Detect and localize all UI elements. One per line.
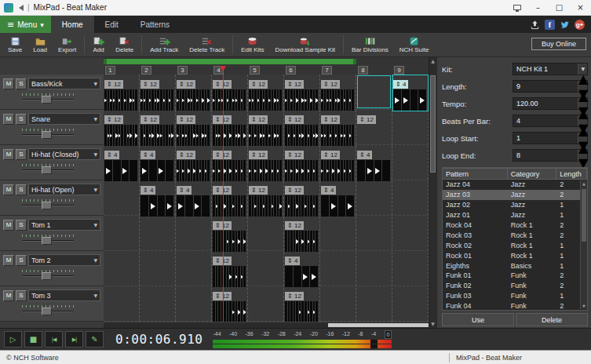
pattern-segment[interactable]: ⇕ 12: [249, 146, 283, 181]
track-name-select[interactable]: Snare▼: [28, 113, 100, 125]
scroll-up-icon[interactable]: ▲: [429, 57, 436, 65]
beat-cell[interactable]: [338, 195, 347, 217]
pattern-segment[interactable]: ⇕ 4: [357, 146, 392, 181]
loop-start-spinner[interactable]: 1▲▼: [513, 132, 588, 144]
edit-button[interactable]: ✎: [86, 331, 104, 348]
beat-cell[interactable]: [113, 160, 122, 181]
beat-cell[interactable]: [279, 195, 283, 217]
beat-cell[interactable]: [316, 125, 319, 146]
beat-cell[interactable]: [316, 231, 319, 252]
solo-button[interactable]: S: [16, 78, 27, 89]
pattern-row[interactable]: EighthsBasics1: [443, 260, 587, 271]
beats-per-bar-spinner[interactable]: 4▲▼: [513, 115, 588, 127]
pattern-segment[interactable]: ⇕ 12: [213, 111, 247, 146]
pattern-segment[interactable]: ⇕ 4: [285, 252, 319, 287]
pattern-segment[interactable]: ⇕ 12: [357, 111, 392, 125]
beat-cell[interactable]: [171, 125, 174, 146]
length-spinner[interactable]: 9▲▼: [513, 80, 588, 93]
mute-button[interactable]: M: [3, 149, 14, 160]
beat-cell[interactable]: [410, 89, 419, 111]
track-name-select[interactable]: Hi-hat (Closed)▼: [28, 148, 100, 160]
track-name-select[interactable]: Hi-hat (Open)▼: [28, 184, 100, 195]
beat-cell[interactable]: [374, 160, 383, 181]
pattern-segment[interactable]: ⇕ 4: [140, 181, 175, 217]
slider-thumb[interactable]: [42, 96, 52, 104]
google-plus-icon[interactable]: g+: [575, 20, 585, 30]
pattern-table-scrollbar-thumb[interactable]: [582, 189, 586, 242]
load-button[interactable]: Load: [27, 34, 53, 56]
pattern-row[interactable]: Funk 03Funk1: [443, 291, 587, 301]
beat-cell[interactable]: [382, 160, 391, 181]
close-button[interactable]: ×: [570, 0, 591, 15]
solo-button[interactable]: S: [16, 290, 27, 301]
pattern-segment[interactable]: ⇕ 12: [140, 111, 175, 146]
tempo-spinner[interactable]: 120.00▲▼: [513, 97, 588, 110]
spin-up-icon[interactable]: ▲: [578, 89, 587, 104]
track-name-select[interactable]: Bass/Kick▼: [28, 78, 100, 89]
beat-cell[interactable]: [316, 301, 319, 322]
beat-cell[interactable]: [352, 125, 355, 146]
buy-online-button[interactable]: Buy Online: [531, 38, 586, 50]
pattern-segment[interactable]: ⇕ 12: [177, 146, 211, 181]
edit-kits-button[interactable]: Edit Kits: [235, 34, 269, 56]
pattern-segment[interactable]: ⇕ 12: [104, 75, 139, 111]
pattern-segment[interactable]: ⇕ 12: [213, 252, 247, 287]
pattern-segment[interactable]: ⇕ 12: [285, 111, 319, 146]
spin-up-icon[interactable]: ▲: [578, 123, 587, 138]
pattern-segment[interactable]: ⇕ 12: [321, 111, 356, 146]
pattern-segment[interactable]: ⇕ 12: [177, 111, 211, 146]
solo-button[interactable]: S: [16, 149, 27, 160]
loop-end-spinner[interactable]: 8▲▼: [513, 149, 588, 162]
beat-cell[interactable]: [166, 195, 174, 217]
pattern-table-header[interactable]: Category: [508, 168, 557, 180]
pattern-segment[interactable]: ⇕ 4: [321, 181, 356, 217]
pattern-row[interactable]: Funk 01Funk2: [443, 271, 587, 281]
beat-cell[interactable]: [352, 160, 355, 181]
tab-edit[interactable]: Edit: [94, 16, 130, 33]
pattern-segment[interactable]: ⇕ 4: [104, 146, 139, 181]
scroll-up-icon[interactable]: ▲: [581, 180, 587, 187]
spin-up-icon[interactable]: ▲: [578, 140, 587, 155]
beat-cell[interactable]: [135, 89, 138, 111]
mute-button[interactable]: M: [3, 184, 14, 195]
pattern-row[interactable]: Rock 02Rock 11: [443, 240, 587, 250]
mute-button[interactable]: M: [3, 290, 14, 301]
beat-cell[interactable]: [166, 160, 174, 181]
beat-cell[interactable]: [177, 195, 185, 217]
pattern-row[interactable]: Rock 03Rock 12: [443, 230, 587, 240]
playhead-marker[interactable]: [220, 66, 226, 71]
beat-cell[interactable]: [330, 195, 338, 217]
pattern-segment[interactable]: ⇕ 4: [177, 181, 211, 217]
beat-cell[interactable]: [185, 195, 194, 217]
pattern-segment[interactable]: ⇕ 12: [321, 75, 356, 111]
pattern-segment[interactable]: ⇕ 12: [213, 287, 247, 322]
vertical-scrollbar-thumb[interactable]: [430, 75, 436, 173]
download-sample-kit-button[interactable]: Download Sample Kit: [270, 34, 341, 56]
pattern-segment[interactable]: ⇕ 12: [213, 181, 247, 217]
track-name-select[interactable]: Tom 1▼: [28, 219, 100, 231]
loop-region[interactable]: [104, 59, 356, 64]
pattern-segment[interactable]: ⇕ 12: [285, 146, 319, 181]
volume-slider[interactable]: [22, 164, 74, 174]
slider-thumb[interactable]: [42, 166, 52, 174]
kit-select[interactable]: NCH Kit 1▼: [513, 63, 588, 75]
solo-button[interactable]: S: [16, 255, 27, 266]
beat-cell[interactable]: [122, 160, 130, 181]
beat-cell[interactable]: [140, 160, 149, 181]
maximize-button[interactable]: □: [549, 0, 570, 15]
beat-cell[interactable]: [285, 266, 294, 287]
beat-cell[interactable]: [243, 301, 246, 322]
pattern-table-header[interactable]: Pattern: [443, 168, 508, 180]
beat-cell[interactable]: [104, 160, 113, 181]
slider-thumb[interactable]: [42, 237, 52, 245]
beat-cell[interactable]: [243, 125, 246, 146]
pattern-segment[interactable]: ⇕ 4: [393, 75, 428, 111]
pattern-table-scrollbar[interactable]: ▲ ▼: [580, 180, 587, 309]
beat-cell[interactable]: [149, 195, 158, 217]
beat-cell[interactable]: [402, 89, 410, 111]
beat-cell[interactable]: [207, 89, 210, 111]
tab-patterns[interactable]: Patterns: [130, 16, 181, 33]
pattern-segment[interactable]: ⇕ 12: [249, 181, 283, 217]
save-button[interactable]: Save: [2, 34, 27, 56]
pattern-segment[interactable]: ⇕ 12: [249, 75, 283, 111]
